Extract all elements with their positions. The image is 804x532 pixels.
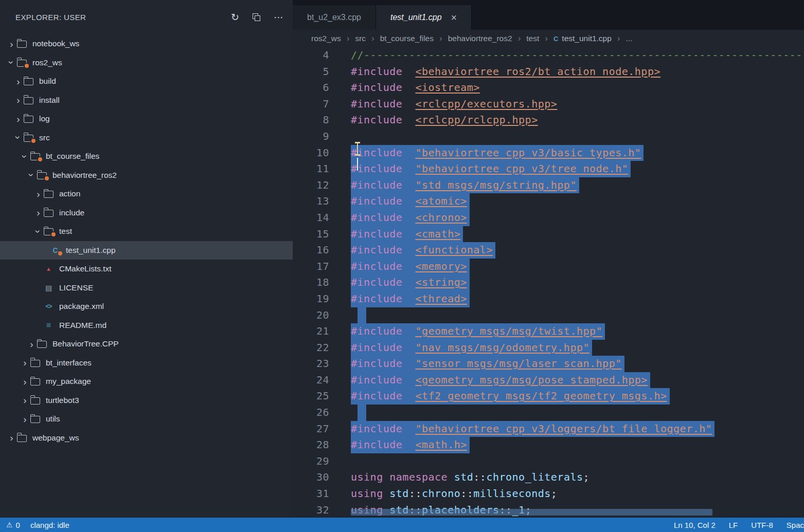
code-line[interactable]: 4//-------------------------------------… (293, 47, 804, 64)
line-number: 13 (293, 193, 351, 210)
code-line[interactable]: 20 (293, 307, 804, 324)
tree-item-src[interactable]: ›src (0, 129, 293, 148)
chevron-right-icon[interactable]: › (14, 77, 23, 86)
tree-item-package-xml[interactable]: <>package.xml (0, 297, 293, 316)
code-line[interactable]: 7#include <rclcpp/executors.hpp> (293, 96, 804, 113)
tree-item-action[interactable]: ›action (0, 185, 293, 204)
chevron-right-icon[interactable]: › (27, 339, 36, 349)
encoding-status[interactable]: UTF-8 (751, 521, 773, 529)
chevron-right-icon[interactable]: › (21, 377, 29, 387)
tree-item-log[interactable]: ›log (0, 109, 293, 129)
chevron-right-icon[interactable]: › (21, 414, 29, 424)
tree-item-my-package[interactable]: ›my_package (0, 372, 293, 391)
code-line[interactable]: 5#include <behaviortree_ros2/bt_action_n… (293, 64, 804, 80)
code-line[interactable]: 25#include <tf2_geometry_msgs/tf2_geomet… (293, 388, 804, 405)
chevron-down-icon[interactable]: › (7, 58, 16, 67)
code-line[interactable]: 9 (293, 129, 804, 145)
code-line[interactable]: 13#include <atomic> (293, 193, 804, 210)
tree-item-readme-md[interactable]: ≡README.md (0, 316, 293, 335)
cursor-position-status[interactable]: Ln 10, Col 2 (674, 521, 716, 529)
close-icon[interactable]: × (451, 12, 457, 23)
code-line[interactable]: 19#include <thread> (293, 291, 804, 307)
tree-item-cmakelists-txt[interactable]: ▲CMakeLists.txt (0, 260, 293, 279)
code-line[interactable]: 12#include "std_msgs/msg/string.hpp" (293, 177, 804, 194)
tree-item-behaviortree-cpp[interactable]: ›BehaviorTree.CPP (0, 335, 293, 354)
breadcrumb-item-bt-course-files[interactable]: bt_course_files (380, 34, 434, 43)
code-line[interactable]: 31using std::chrono::milliseconds; (293, 486, 804, 502)
line-number: 9 (293, 129, 351, 145)
line-number: 22 (293, 340, 351, 356)
cpp-file-icon[interactable]: C (553, 35, 558, 43)
code-line[interactable]: 21#include "geometry_msgs/msg/twist.hpp" (293, 323, 804, 340)
breadcrumb: ros2_ws›src›bt_course_files›behaviortree… (293, 30, 804, 47)
code-line[interactable]: 30using namespace std::chrono_literals; (293, 469, 804, 486)
chevron-right-icon[interactable]: › (14, 95, 23, 105)
tree-item-label: action (59, 189, 80, 198)
tree-item-build[interactable]: ›build (0, 72, 293, 91)
tree-item-utils[interactable]: ›utils (0, 410, 293, 429)
eol-status[interactable]: LF (729, 521, 738, 529)
code-line[interactable]: 17#include <memory> (293, 259, 804, 275)
problems-status[interactable]: ⚠ 0 (6, 521, 20, 529)
tree-item-behaviortree-ros2[interactable]: ›behaviortree_ros2 (0, 166, 293, 185)
breadcrumb-item-ros2-ws[interactable]: ros2_ws (311, 34, 341, 43)
tree-item-install[interactable]: ›install (0, 91, 293, 110)
tree-item-test-unit1-cpp[interactable]: Ctest_unit1.cpp (0, 241, 293, 260)
tree-item-label: test_unit1.cpp (66, 246, 116, 255)
more-actions-icon[interactable]: ⋯ (274, 12, 283, 22)
chevron-down-icon[interactable]: › (13, 133, 23, 142)
code-line[interactable]: 22#include "nav_msgs/msg/odometry.hpp" (293, 340, 804, 356)
chevron-right-icon[interactable]: › (14, 114, 23, 124)
cmake-file-icon: ▲ (44, 265, 53, 273)
chevron-down-icon[interactable]: › (20, 152, 30, 161)
chevron-down-icon[interactable]: › (33, 227, 43, 236)
chevron-right-icon[interactable]: › (7, 39, 16, 49)
breadcrumb-more[interactable]: ... (626, 34, 633, 43)
tree-item-license[interactable]: ▤LICENSE (0, 279, 293, 298)
tree-item-notebook-ws[interactable]: ›notebook_ws (0, 34, 293, 53)
tree-item-ros2-ws[interactable]: ›ros2_ws (0, 53, 293, 72)
tree-item-webpage-ws[interactable]: ›webpage_ws (0, 429, 293, 448)
chevron-right-icon[interactable]: › (7, 433, 16, 443)
line-number: 7 (293, 96, 351, 113)
chevron-right-icon[interactable]: › (21, 358, 29, 368)
code-line[interactable]: 8#include <rclcpp/rclcpp.hpp> (293, 112, 804, 129)
breadcrumb-item-src[interactable]: src (355, 34, 366, 43)
folder-icon (24, 97, 33, 104)
code-line[interactable]: 16#include <functional> (293, 242, 804, 259)
refresh-explorer-icon[interactable]: ↻ (231, 12, 239, 22)
status-bar: ⚠ 0 clangd: idle Ln 10, Col 2 LF UTF-8 S… (0, 518, 804, 532)
code-line[interactable]: 29 (293, 453, 804, 470)
code-line[interactable]: 14#include <chrono> (293, 210, 804, 226)
breadcrumb-item-test[interactable]: test (526, 34, 539, 43)
tree-item-include[interactable]: ›include (0, 204, 293, 223)
code-line[interactable]: 24#include <geometry_msgs/msg/pose_stamp… (293, 372, 804, 389)
code-line[interactable]: 10#include "behaviortree_cpp_v3/basic_ty… (293, 145, 804, 161)
code-line[interactable]: 26 (293, 405, 804, 421)
modified-dot (24, 63, 30, 69)
chevron-down-icon[interactable]: › (27, 171, 37, 179)
tree-item-bt-interfaces[interactable]: ›bt_interfaces (0, 354, 293, 373)
code-editor[interactable]: 4//-------------------------------------… (293, 47, 804, 518)
breadcrumb-item-test-unit1-cpp[interactable]: test_unit1.cpp (562, 34, 612, 43)
tab-bt-u2-ex3-cpp[interactable]: bt_u2_ex3.cpp (293, 5, 376, 30)
chevron-right-icon[interactable]: › (21, 395, 29, 405)
tree-item-turtlebot3[interactable]: ›turtlebot3 (0, 391, 293, 410)
tree-item-test[interactable]: ›test (0, 222, 293, 241)
code-line[interactable]: 18#include <string> (293, 274, 804, 291)
tab-test-unit1-cpp[interactable]: test_unit1.cpp× (376, 5, 472, 30)
code-line[interactable]: 27#include "behaviortree_cpp_v3/loggers/… (293, 421, 804, 437)
code-line[interactable]: 15#include <cmath> (293, 226, 804, 243)
code-line[interactable]: 6#include <iostream> (293, 80, 804, 96)
code-line[interactable]: 28#include <math.h> (293, 437, 804, 453)
breadcrumb-item-behaviortree-ros2[interactable]: behaviortree_ros2 (448, 34, 512, 43)
indentation-status[interactable]: Spac (787, 521, 804, 529)
code-line[interactable]: 23#include "sensor_msgs/msg/laser_scan.h… (293, 356, 804, 372)
chevron-right-icon[interactable]: › (34, 208, 43, 217)
horizontal-scrollbar[interactable] (351, 509, 712, 516)
clangd-status[interactable]: clangd: idle (30, 521, 69, 529)
tree-item-bt-course-files[interactable]: ›bt_course_files (0, 147, 293, 166)
collapse-folders-icon[interactable] (253, 13, 260, 21)
code-line[interactable]: 11#include "behaviortree_cpp_v3/tree_nod… (293, 161, 804, 177)
chevron-right-icon[interactable]: › (34, 189, 43, 199)
